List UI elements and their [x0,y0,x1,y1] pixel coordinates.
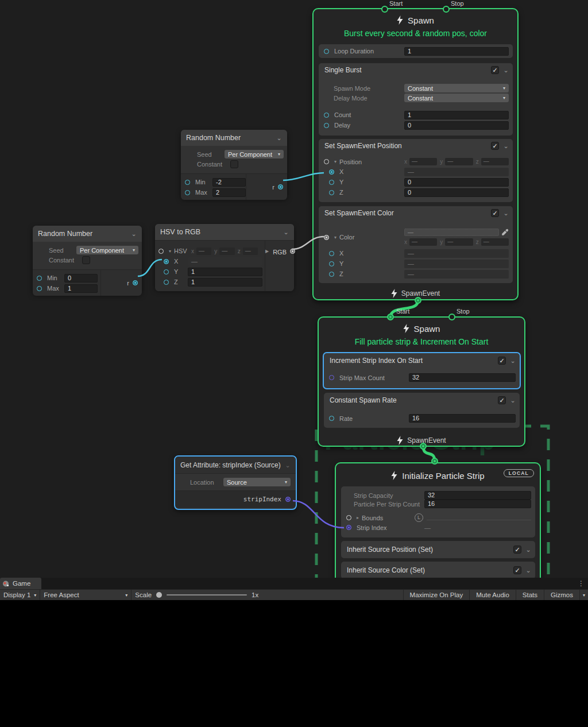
random-number-node-2[interactable]: Random Number ⌄ Seed Per Component ▾ Con… [33,226,142,294]
set-position-enabled-checkbox[interactable]: ✓ [491,142,499,150]
color-z-port[interactable] [329,272,334,277]
spawn2-output-anchor[interactable] [420,443,427,450]
hsv-z-port[interactable] [164,280,169,285]
get-attribute-title-bar[interactable]: Get Attribute: stripIndex (Source) ⌄ [175,457,296,474]
min-port[interactable] [185,180,190,185]
set-spawnevent-position-block[interactable]: Set SpawnEvent Position ✓ ⌄ ▾ Position x… [319,139,513,202]
location-dropdown[interactable]: Source ▾ [223,478,291,486]
position-z-port[interactable] [329,190,334,195]
constant-spawn-rate-block[interactable]: Constant Spawn Rate ✓ ⌄ Rate 16 [324,393,520,428]
max-port[interactable] [185,190,190,195]
color-y-mini-field[interactable]: — [445,238,473,246]
delay-field[interactable]: 0 [404,121,509,130]
delay-port[interactable] [324,123,329,128]
inherit-color-header[interactable]: Inherit Source Color (Set) ✓ ⌄ [341,562,535,579]
spawn-context-2[interactable]: Spawn Fill particle strip & Increment On… [318,316,525,447]
bounds-field[interactable] [427,516,531,520]
get-attribute-node[interactable]: Get Attribute: stripIndex (Source) ⌄ Loc… [174,455,297,510]
hsv-y-mini-field[interactable]: — [219,248,234,255]
strip-max-count-field[interactable]: 32 [409,373,516,382]
set-spawnevent-color-block[interactable]: Set SpawnEvent Color ✓ ⌄ ▾ Color — [319,206,513,283]
random2-output-port[interactable] [133,280,138,285]
hsv-foldout-icon[interactable]: ▾ [169,249,171,254]
max-port[interactable] [37,286,42,291]
random-number-node-1[interactable]: Random Number ⌄ Seed Per Component ▾ Con… [181,130,287,198]
set-position-header[interactable]: Set SpawnEvent Position ✓ ⌄ [319,139,513,153]
inherit-color-collapse-icon[interactable]: ⌄ [525,567,531,573]
color-xyz-fields[interactable]: x— y— z— [404,238,509,246]
random2-title-bar[interactable]: Random Number ⌄ [33,226,142,242]
color-foldout-icon[interactable]: ▾ [334,235,336,240]
scale-slider-track[interactable] [167,594,247,595]
spawn1-start-anchor[interactable] [381,6,388,13]
stats-button[interactable]: Stats [516,590,544,600]
color-x-port[interactable] [329,251,334,256]
maximize-on-play-button[interactable]: Maximize On Play [403,590,470,600]
color-port[interactable] [324,235,329,240]
single-burst-block[interactable]: Single Burst ✓ ⌄ Spawn Mode Constant ▾ D… [319,63,513,136]
position-x-mini-field[interactable]: — [409,158,437,165]
inherit-position-enabled-checkbox[interactable]: ✓ [513,546,521,554]
strip-capacity-field[interactable]: 32 [424,491,531,500]
spawn-mode-dropdown[interactable]: Constant ▾ [404,84,509,92]
bounds-port[interactable] [346,515,351,520]
spawn2-title-row[interactable]: Spawn [319,321,524,336]
spawn1-output-anchor[interactable] [415,297,421,304]
local-space-badge[interactable]: LOCAL [504,469,534,477]
position-z-field[interactable]: 0 [404,188,509,197]
increment-header[interactable]: Increment Strip Index On Start ✓ ⌄ [324,353,520,368]
vfx-graph-canvas[interactable]: Particle Strip Start Stop Spawn Burst ev… [0,0,588,578]
position-y-port[interactable] [329,180,334,185]
min-field[interactable]: 0 [64,274,98,283]
hsv-x-mini-field[interactable]: — [196,248,211,255]
panel-menu-icon[interactable]: ⋮ [578,579,585,588]
init-input-anchor[interactable] [431,458,438,465]
loop-duration-port[interactable] [324,49,329,54]
increment-enabled-checkbox[interactable]: ✓ [498,357,506,365]
count-port[interactable] [324,113,329,118]
hsv-title-bar[interactable]: HSV to RGB ⌄ [155,224,294,240]
hsv-to-rgb-node[interactable]: HSV to RGB ⌄ ▾ HSV x— y— z— [155,224,294,289]
loop-duration-field[interactable]: 1 [404,47,509,56]
random1-collapse-icon[interactable]: ⌄ [276,135,282,141]
bounds-foldout-icon[interactable]: ▸ [357,515,359,520]
color-z-mini-field[interactable]: — [481,238,509,246]
strip-index-port[interactable] [346,525,351,530]
hsv-z-field[interactable]: 1 [188,278,262,287]
increment-strip-index-block[interactable]: Increment Strip Index On Start ✓ ⌄ Strip… [324,353,520,388]
color-x-mini-field[interactable]: — [409,238,437,246]
particle-per-strip-field[interactable]: 16 [424,500,531,508]
spawn1-stop-anchor[interactable] [443,6,450,13]
position-y-field[interactable]: 0 [404,178,509,187]
max-field[interactable]: 1 [64,284,98,293]
strip-max-count-port[interactable] [329,375,334,380]
constant-checkbox[interactable] [82,256,90,264]
single-burst-collapse-icon[interactable]: ⌄ [503,67,509,73]
position-foldout-icon[interactable]: ▾ [334,159,336,164]
inherit-color-enabled-checkbox[interactable]: ✓ [513,566,521,574]
position-x-port[interactable] [329,169,334,175]
hsv-xyz-fields[interactable]: x— y— z— [191,248,258,255]
rate-header[interactable]: Constant Spawn Rate ✓ ⌄ [324,393,520,408]
rate-collapse-icon[interactable]: ⌄ [510,397,516,403]
random1-output-port[interactable] [278,184,283,190]
set-color-enabled-checkbox[interactable]: ✓ [491,209,499,217]
max-field[interactable]: 2 [212,188,246,197]
single-burst-enabled-checkbox[interactable]: ✓ [491,66,499,74]
inherit-source-color-block[interactable]: Inherit Source Color (Set) ✓ ⌄ [341,562,535,579]
seed-dropdown[interactable]: Per Component ▾ [76,246,138,254]
hsv-y-field[interactable]: 1 [188,268,262,276]
count-field[interactable]: 1 [404,111,509,119]
strip-index-output-port[interactable] [285,497,291,502]
position-port[interactable] [324,159,329,164]
initialize-particle-strip-context[interactable]: LOCAL Initialize Particle Strip Strip Ca… [335,462,541,580]
get-attribute-collapse-icon[interactable]: ⌄ [285,462,291,468]
game-view-area[interactable] [0,600,588,727]
position-y-mini-field[interactable]: — [445,158,473,165]
scale-slider-knob[interactable] [156,592,162,598]
spawn2-start-anchor[interactable] [387,314,394,320]
min-port[interactable] [37,276,42,281]
hsv-z-mini-field[interactable]: — [243,248,258,255]
constant-checkbox[interactable] [230,160,238,168]
set-color-header[interactable]: Set SpawnEvent Color ✓ ⌄ [319,206,513,220]
